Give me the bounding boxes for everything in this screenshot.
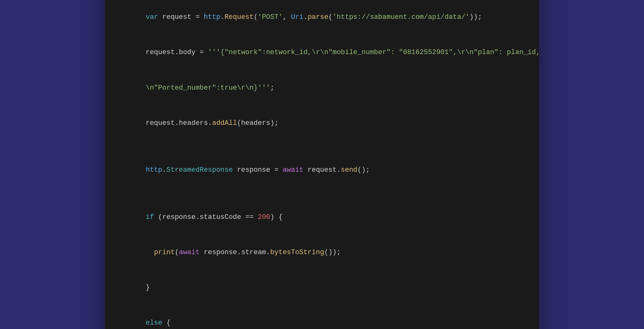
code-line-13: else { xyxy=(121,305,523,329)
code-line-12: } xyxy=(121,270,523,305)
code-window: var headers = { 'Authorization': '', 'Co… xyxy=(105,0,539,329)
code-line-9: http.StreamedResponse response = await r… xyxy=(121,153,523,188)
code-line-6: request.body = '''{"network":network_id,… xyxy=(121,35,523,70)
code-line-blank-1 xyxy=(121,141,523,153)
code-line-11: print(await response.stream.bytesToStrin… xyxy=(121,235,523,270)
code-editor: var headers = { 'Authorization': '', 'Co… xyxy=(105,0,539,329)
code-line-5: var request = http.Request('POST', Uri.p… xyxy=(121,0,523,35)
code-line-blank-2 xyxy=(121,188,523,199)
code-line-7: \n"Ported_number":true\r\n}'''; xyxy=(121,70,523,105)
code-line-10: if (response.statusCode == 200) { xyxy=(121,199,523,235)
code-line-8: request.headers.addAll(headers); xyxy=(121,105,523,141)
